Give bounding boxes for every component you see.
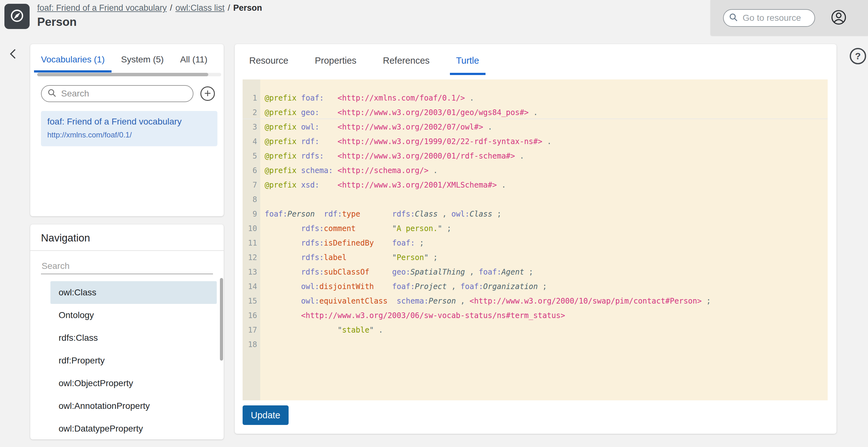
code-token: <http://www.w3.org/1999/02/22-rdf-syntax… <box>337 137 542 146</box>
code-token <box>465 268 469 276</box>
code-token <box>265 239 301 247</box>
code-line: @prefix owl: <http://www.w3.org/2002/07/… <box>265 120 828 134</box>
line-number: 7 <box>243 178 257 192</box>
code-token: ; <box>497 210 501 218</box>
code-line: rdfs:subClassOf geo:SpatialThing , foaf:… <box>265 265 828 279</box>
code-token <box>297 181 301 189</box>
code-token <box>297 108 301 117</box>
update-button[interactable]: Update <box>243 406 288 425</box>
code-line: <http://www.w3.org/2003/06/sw-vocab-stat… <box>265 308 828 323</box>
tab-resource[interactable]: Resource <box>243 44 294 75</box>
nav-item-owl-datatypeproperty[interactable]: owl:DatatypeProperty <box>51 417 217 440</box>
code-token: owl: <box>301 123 319 131</box>
breadcrumb-link-owl-class-list[interactable]: owl:Class list <box>176 3 225 13</box>
code-token: owl: <box>301 297 319 305</box>
code-token: xsd: <box>301 181 319 189</box>
code-line: @prefix geo: <http://www.w3.org/2003/01/… <box>265 105 828 120</box>
code-token: ; <box>447 224 451 233</box>
tab-turtle[interactable]: Turtle <box>450 44 486 75</box>
vocabulary-search-input[interactable] <box>61 88 187 99</box>
code-token: rdfs: <box>301 224 324 233</box>
line-number: 6 <box>243 163 257 178</box>
code-token <box>265 224 301 233</box>
horizontal-scrollbar-thumb[interactable] <box>37 73 208 76</box>
collapse-sidebar-button[interactable] <box>6 47 22 62</box>
code-token: , <box>469 268 474 276</box>
line-number: 16 <box>243 308 257 323</box>
line-number: 8 <box>243 192 257 207</box>
topbar: foaf: Friend of a Friend vocabulary/owl:… <box>0 0 868 36</box>
tab-all-11[interactable]: All (11) <box>173 44 215 72</box>
add-vocabulary-button[interactable] <box>200 86 215 101</box>
line-number: 15 <box>243 294 257 308</box>
code-token: " <box>369 326 374 334</box>
vertical-scrollbar[interactable] <box>220 278 223 361</box>
code-token: rdfs: <box>301 152 324 160</box>
code-token <box>319 108 337 117</box>
nav-item-owl-class[interactable]: owl:Class <box>51 281 217 304</box>
code-token: <http://www.w3.org/2003/01/geo/wgs84_pos… <box>337 108 529 117</box>
turtle-editor[interactable]: 123456789101112131415161718 @prefix foaf… <box>243 80 828 400</box>
line-number: 11 <box>243 236 257 250</box>
app-logo[interactable] <box>4 4 30 29</box>
code-token: . <box>488 123 492 131</box>
code-token <box>497 181 501 189</box>
code-token <box>319 137 337 146</box>
search-icon <box>729 12 738 23</box>
code-token <box>297 94 301 102</box>
code-token: owl: <box>451 210 469 218</box>
code-token: stable <box>342 326 370 334</box>
code-token <box>297 152 301 160</box>
code-line: owl:disjointWith foaf:Project , foaf:Org… <box>265 279 828 294</box>
navigation-search-input[interactable] <box>41 259 213 274</box>
divider <box>243 119 828 119</box>
tab-properties[interactable]: Properties <box>308 44 363 75</box>
code-token: . <box>501 181 506 189</box>
code-token: rdfs: <box>392 210 415 218</box>
tab-system-5[interactable]: System (5) <box>114 44 170 72</box>
code-token: Agent <box>501 268 524 276</box>
code-token <box>465 94 469 102</box>
nav-item-rdfs-class[interactable]: rdfs:Class <box>51 327 217 349</box>
code-token: schema: <box>397 297 429 305</box>
code-token <box>447 210 451 218</box>
breadcrumb-link-foaf-friend-of-a-friend-vocabulary[interactable]: foaf: Friend of a Friend vocabulary <box>37 3 167 13</box>
breadcrumb: foaf: Friend of a Friend vocabulary/owl:… <box>37 3 262 13</box>
help-button[interactable]: ? <box>850 48 866 64</box>
horizontal-scrollbar[interactable] <box>37 73 221 76</box>
code-token: <http://www.w3.org/2003/06/sw-vocab-stat… <box>301 311 565 320</box>
resource-tabs: ResourcePropertiesReferencesTurtle <box>243 44 836 75</box>
code-token: <http://www.w3.org/2002/07/owl#> <box>337 123 483 131</box>
account-icon[interactable] <box>830 9 847 27</box>
tab-references[interactable]: References <box>376 44 436 75</box>
search-icon <box>47 88 57 99</box>
code-token <box>356 224 392 233</box>
code-token: <http://www.w3.org/2000/01/rdf-schema#> <box>337 152 515 160</box>
vocabulary-tabs: Vocabularies (1)System (5)All (11) <box>34 44 224 72</box>
code-line: rdfs:isDefinedBy foaf: ; <box>265 236 828 250</box>
nav-item-ontology[interactable]: Ontology <box>51 304 217 327</box>
code-token <box>388 297 397 305</box>
code-token: . <box>520 152 524 160</box>
vocabulary-title: foaf: Friend of a Friend vocabulary <box>47 117 211 127</box>
line-number: 10 <box>243 221 257 236</box>
code-token: . <box>547 137 551 146</box>
code-token: . <box>433 166 438 175</box>
vocabulary-item[interactable]: foaf: Friend of a Friend vocabularyhttp:… <box>41 111 217 146</box>
nav-item-owl-annotationproperty[interactable]: owl:AnnotationProperty <box>51 395 217 417</box>
goto-resource-input[interactable] <box>742 12 809 23</box>
code-token <box>529 108 533 117</box>
code-token: . <box>469 94 474 102</box>
code-token: . <box>378 326 383 334</box>
nav-item-rdf-property[interactable]: rdf:Property <box>51 349 217 372</box>
code-token: rdfs: <box>301 253 324 262</box>
code-token: geo: <box>301 108 319 117</box>
code-token <box>515 152 520 160</box>
code-line: @prefix rdf: <http://www.w3.org/1999/02/… <box>265 134 828 149</box>
code-token <box>315 210 324 218</box>
code-token: , <box>451 282 456 291</box>
code-token <box>538 282 542 291</box>
tab-vocabularies-1[interactable]: Vocabularies (1) <box>34 44 112 72</box>
nav-item-owl-objectproperty[interactable]: owl:ObjectProperty <box>51 372 217 395</box>
navigation-title: Navigation <box>30 225 224 250</box>
